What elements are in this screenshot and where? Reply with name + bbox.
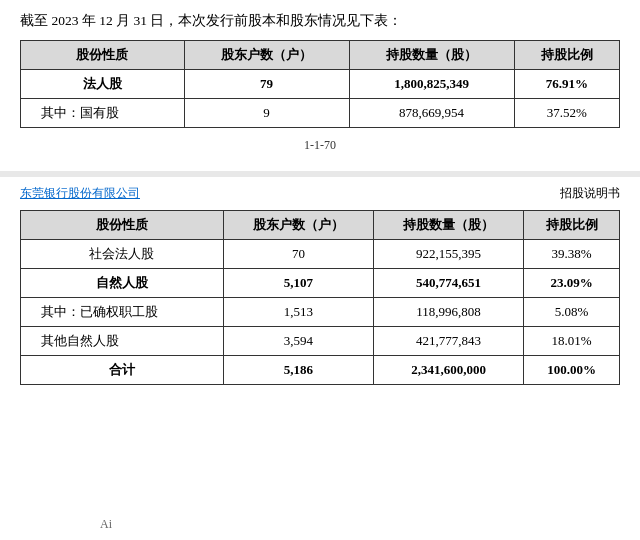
bottom-table-cell: 5,107 bbox=[223, 269, 373, 298]
bottom-table-row: 其他自然人股3,594421,777,84318.01% bbox=[21, 327, 620, 356]
bottom-table-cell: 18.01% bbox=[524, 327, 620, 356]
bottom-table-row: 合计5,1862,341,600,000100.00% bbox=[21, 356, 620, 385]
top-table-header-1: 股东户数（户） bbox=[184, 41, 349, 70]
bottom-table-row: 自然人股5,107540,774,65123.09% bbox=[21, 269, 620, 298]
ai-footer-label: Ai bbox=[100, 517, 112, 532]
bottom-table-cell: 自然人股 bbox=[21, 269, 224, 298]
prospectus-label: 招股说明书 bbox=[560, 185, 620, 202]
top-table-cell: 法人股 bbox=[21, 70, 185, 99]
top-table-cell: 878,669,954 bbox=[349, 99, 514, 128]
bottom-table-cell: 70 bbox=[223, 240, 373, 269]
bottom-table-cell: 3,594 bbox=[223, 327, 373, 356]
bottom-table-row: 社会法人股70922,155,39539.38% bbox=[21, 240, 620, 269]
bottom-table-cell: 其他自然人股 bbox=[21, 327, 224, 356]
bottom-table-cell: 922,155,395 bbox=[374, 240, 524, 269]
bottom-table: 股份性质 股东户数（户） 持股数量（股） 持股比例 社会法人股70922,155… bbox=[20, 210, 620, 385]
top-table-header-0: 股份性质 bbox=[21, 41, 185, 70]
bottom-table-cell: 其中：已确权职工股 bbox=[21, 298, 224, 327]
top-table-header-2: 持股数量（股） bbox=[349, 41, 514, 70]
bottom-table-cell: 118,996,808 bbox=[374, 298, 524, 327]
top-table-row: 其中：国有股9878,669,95437.52% bbox=[21, 99, 620, 128]
top-table-cell: 76.91% bbox=[514, 70, 619, 99]
bottom-table-cell: 合计 bbox=[21, 356, 224, 385]
top-table-cell: 9 bbox=[184, 99, 349, 128]
page-container: 截至 2023 年 12 月 31 日，本次发行前股本和股东情况见下表： 股份性… bbox=[0, 0, 640, 540]
bottom-table-cell: 5.08% bbox=[524, 298, 620, 327]
top-table-cell: 1,800,825,349 bbox=[349, 70, 514, 99]
company-name: 东莞银行股份有限公司 bbox=[20, 185, 140, 202]
bottom-table-header-2: 持股数量（股） bbox=[374, 211, 524, 240]
intro-text: 截至 2023 年 12 月 31 日，本次发行前股本和股东情况见下表： bbox=[20, 12, 620, 30]
bottom-table-row: 其中：已确权职工股1,513118,996,8085.08% bbox=[21, 298, 620, 327]
bottom-table-header-0: 股份性质 bbox=[21, 211, 224, 240]
top-table-header-3: 持股比例 bbox=[514, 41, 619, 70]
bottom-table-cell: 100.00% bbox=[524, 356, 620, 385]
bottom-table-header-1: 股东户数（户） bbox=[223, 211, 373, 240]
top-table-cell: 37.52% bbox=[514, 99, 619, 128]
bottom-table-cell: 39.38% bbox=[524, 240, 620, 269]
bottom-table-header-3: 持股比例 bbox=[524, 211, 620, 240]
bottom-table-cell: 5,186 bbox=[223, 356, 373, 385]
bottom-table-cell: 23.09% bbox=[524, 269, 620, 298]
top-table: 股份性质 股东户数（户） 持股数量（股） 持股比例 法人股791,800,825… bbox=[20, 40, 620, 128]
bottom-table-cell: 421,777,843 bbox=[374, 327, 524, 356]
top-table-cell: 其中：国有股 bbox=[21, 99, 185, 128]
top-section: 截至 2023 年 12 月 31 日，本次发行前股本和股东情况见下表： 股份性… bbox=[0, 0, 640, 171]
page-number: 1-1-70 bbox=[20, 128, 620, 163]
company-header: 东莞银行股份有限公司 招股说明书 bbox=[20, 185, 620, 202]
bottom-table-cell: 2,341,600,000 bbox=[374, 356, 524, 385]
bottom-table-cell: 1,513 bbox=[223, 298, 373, 327]
top-table-cell: 79 bbox=[184, 70, 349, 99]
bottom-table-cell: 540,774,651 bbox=[374, 269, 524, 298]
bottom-section: 东莞银行股份有限公司 招股说明书 股份性质 股东户数（户） 持股数量（股） 持股… bbox=[0, 177, 640, 540]
bottom-table-cell: 社会法人股 bbox=[21, 240, 224, 269]
top-table-row: 法人股791,800,825,34976.91% bbox=[21, 70, 620, 99]
